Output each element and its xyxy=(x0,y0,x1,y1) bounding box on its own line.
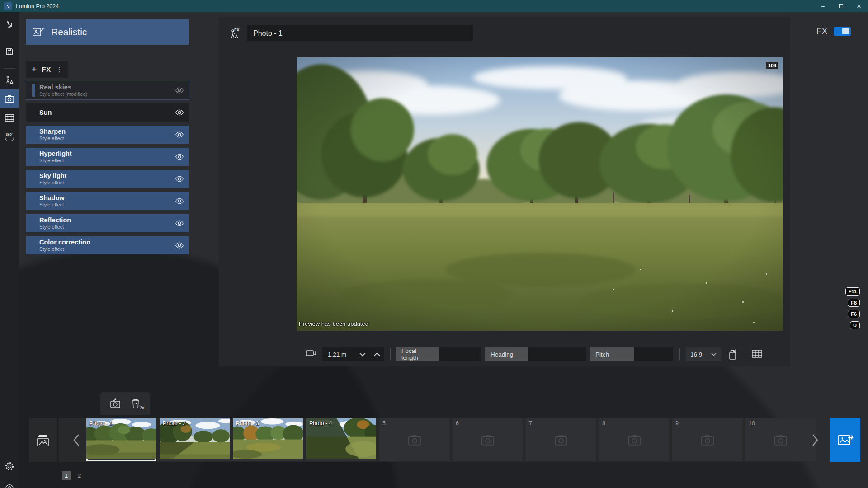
photo-slot-9[interactable]: 9 xyxy=(672,418,742,461)
render-preview[interactable] xyxy=(297,57,783,331)
style-header[interactable]: Realistic xyxy=(26,19,189,45)
mode-rail: 360° xyxy=(0,12,19,488)
effect-row-sharpen[interactable]: Sharpen Style effect xyxy=(26,126,189,144)
photo-slot-6[interactable]: 6 xyxy=(453,418,523,461)
photo-slot-2[interactable]: Photo - 2 xyxy=(160,418,230,461)
camera-placeholder-icon xyxy=(481,434,495,446)
grid-overlay-icon[interactable] xyxy=(751,349,763,359)
eye-icon[interactable] xyxy=(175,220,184,227)
title-bar: Lumion Pro 2024 – ✕ xyxy=(0,0,868,12)
eye-icon[interactable] xyxy=(175,109,184,116)
keycap-f11: F11 xyxy=(845,287,860,296)
shortcut-keys: F11 F8 F6 U xyxy=(836,287,860,329)
aspect-ratio-select[interactable]: 16:9 xyxy=(686,347,721,361)
preview-status-text: Preview has been updated xyxy=(299,320,368,327)
camera-placeholder-icon xyxy=(627,434,642,446)
divider xyxy=(744,348,744,360)
plus-icon: + xyxy=(31,64,37,74)
focal-length-input[interactable] xyxy=(439,347,481,361)
store-photo-button[interactable] xyxy=(109,398,121,409)
eye-icon[interactable] xyxy=(175,242,184,249)
save-icon[interactable] xyxy=(0,42,19,61)
photo-slot-4[interactable]: Photo - 4 xyxy=(306,418,376,461)
kebab-menu-icon[interactable]: ⋮ xyxy=(56,66,63,74)
photo-mode-icon[interactable] xyxy=(0,89,19,108)
chevron-up-icon[interactable] xyxy=(370,352,384,357)
eye-off-icon[interactable] xyxy=(175,87,184,94)
photo-slot-8[interactable]: 8 xyxy=(599,418,669,461)
build-mode-icon[interactable] xyxy=(0,70,19,89)
page-button-2[interactable]: 2 xyxy=(75,471,84,480)
pitch-input[interactable] xyxy=(634,347,673,361)
lumion-home-icon[interactable] xyxy=(0,15,19,34)
photo-slot-3[interactable]: Photo - 3 xyxy=(233,418,303,461)
divider xyxy=(679,348,680,360)
camera-placeholder-icon xyxy=(554,434,568,446)
heading-input[interactable] xyxy=(528,347,586,361)
movie-mode-icon[interactable] xyxy=(0,108,19,127)
capture-toolbar: 2x xyxy=(100,392,150,415)
effect-row-sky-light[interactable]: Sky light Style effect xyxy=(26,170,189,188)
keycap-f8: F8 xyxy=(848,299,860,307)
effect-row-real-skies[interactable]: Real skies Style effect (modified) xyxy=(26,81,189,99)
camera-placeholder-icon xyxy=(774,434,788,446)
photo-slot-10[interactable]: 10 xyxy=(745,418,816,461)
camera-placeholder-icon xyxy=(700,434,715,446)
chevron-down-icon xyxy=(711,352,717,356)
selection-accent xyxy=(32,84,35,97)
fx-toggle-group: FX xyxy=(816,26,851,36)
style-name: Realistic xyxy=(51,27,87,38)
camera-height-value: 1.21 m xyxy=(328,351,355,358)
close-button[interactable]: ✕ xyxy=(850,0,868,12)
chevron-down-icon[interactable] xyxy=(355,352,370,357)
panorama-360-icon[interactable]: 360° xyxy=(0,127,19,146)
svg-text:FX: FX xyxy=(234,28,240,32)
minimize-button[interactable]: – xyxy=(814,0,832,12)
framerate-badge: 104 xyxy=(766,62,778,69)
orientation-rotate-icon[interactable] xyxy=(727,349,739,361)
photo-thumbnails: Photo - 1 Photo - 2 Ph xyxy=(86,418,816,461)
effect-row-hyperlight[interactable]: Hyperlight Style effect xyxy=(26,148,189,166)
photo-slot-5[interactable]: 5 xyxy=(379,418,449,461)
help-icon[interactable] xyxy=(0,479,19,488)
pitch-label: Pitch xyxy=(590,347,634,361)
strip-next-button[interactable] xyxy=(806,418,825,462)
camera-height-stepper[interactable]: 1.21 m xyxy=(322,347,384,361)
fx-toggle-switch[interactable] xyxy=(834,27,851,36)
keycap-u: U xyxy=(850,321,860,329)
effect-row-reflection[interactable]: Reflection Style effect xyxy=(26,214,189,232)
effect-row-sun[interactable]: Sun xyxy=(26,103,189,122)
photo-slot-1[interactable]: Photo - 1 xyxy=(86,418,156,461)
eye-icon[interactable] xyxy=(175,153,184,160)
strip-pagination: 1 2 xyxy=(62,471,84,480)
app-window: Lumion Pro 2024 – ✕ 360° xyxy=(0,0,868,488)
keycap-f6: F6 xyxy=(848,310,860,318)
photo-library-button[interactable] xyxy=(29,418,57,462)
add-fx-button[interactable]: + FX ⋮ xyxy=(26,61,68,78)
strip-prev-button[interactable] xyxy=(67,418,86,462)
heading-label: Heading xyxy=(485,347,528,361)
rail-divider xyxy=(4,68,15,69)
focal-length-label: Focal length xyxy=(396,347,439,361)
camera-placeholder-icon xyxy=(407,434,422,446)
photo-fx-icon: FX xyxy=(229,27,242,40)
page-button-1[interactable]: 1 xyxy=(62,471,71,480)
window-title: Lumion Pro 2024 xyxy=(16,3,59,9)
eye-icon[interactable] xyxy=(175,197,184,205)
toggle-knob xyxy=(842,28,849,34)
camcorder-icon xyxy=(305,349,317,359)
effect-row-color-correction[interactable]: Color correction Style effect xyxy=(26,236,189,254)
divider xyxy=(390,348,391,360)
effect-stack: Real skies Style effect (modified) Sun S… xyxy=(26,81,189,254)
photo-name-input[interactable] xyxy=(247,25,473,41)
delete-photo-button[interactable]: 2x xyxy=(130,398,141,409)
maximize-button[interactable] xyxy=(832,0,850,12)
settings-gear-icon[interactable] xyxy=(0,457,19,476)
render-photo-button[interactable] xyxy=(830,418,860,462)
effect-row-shadow[interactable]: Shadow Style effect xyxy=(26,192,189,210)
photo-slot-7[interactable]: 7 xyxy=(526,418,596,461)
lumion-logo-icon xyxy=(4,2,12,10)
eye-icon[interactable] xyxy=(175,131,184,138)
eye-icon[interactable] xyxy=(175,175,184,183)
